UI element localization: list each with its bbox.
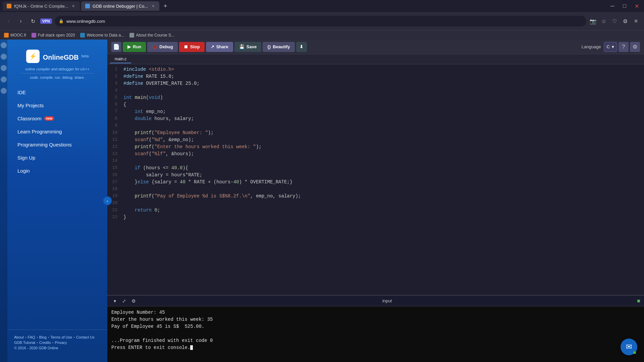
sidebar-item-login[interactable]: Login bbox=[11, 165, 104, 177]
beautify-button[interactable]: {} Beautify bbox=[263, 42, 294, 52]
run-button[interactable]: ▶ Run bbox=[123, 42, 146, 52]
brand-area: ⚡ OnlineGDB beta online compiler and deb… bbox=[7, 46, 107, 86]
beautify-label: Beautify bbox=[273, 44, 290, 49]
new-tab-button[interactable]: + bbox=[161, 1, 170, 11]
chat-bubble-button[interactable]: ✉ bbox=[621, 339, 637, 355]
stop-button[interactable]: ⏹ Stop bbox=[179, 42, 205, 52]
sidebar-content: ⚡ OnlineGDB beta online compiler and deb… bbox=[7, 40, 107, 362]
ln-15: 15 bbox=[107, 164, 117, 171]
code-line-10: printf("Employee Number: "); bbox=[123, 129, 641, 136]
footer-link-gdbtutorial[interactable]: GDB Tutorial bbox=[14, 341, 35, 345]
sidebar-item-classroom[interactable]: Classroom new bbox=[11, 112, 104, 125]
ln-8: 8 bbox=[107, 115, 117, 122]
save-button[interactable]: 💾 Save bbox=[234, 42, 261, 52]
footer-link-privacy[interactable]: Privacy bbox=[55, 341, 67, 345]
code-line-18 bbox=[123, 185, 641, 192]
stop-icon: ⏹ bbox=[184, 44, 188, 49]
language-label: Language bbox=[582, 44, 601, 49]
extensions-icon[interactable]: ⚙ bbox=[621, 17, 629, 25]
ln-3: 3 bbox=[107, 80, 117, 87]
editor-toolbar: 📄 ▶ Run 🐞 Debug ⏹ Stop ↗ Share 💾 Save bbox=[107, 40, 644, 54]
code-area[interactable]: 1 2 3 4 5 6 7 8 9 10 11 12 13 14 15 16 1 bbox=[107, 64, 644, 295]
language-selector[interactable]: C ▾ bbox=[604, 42, 617, 52]
sidebar-footer-links: About • FAQ • Blog • Terms of Use • Cont… bbox=[14, 335, 101, 339]
bookmark-star-icon[interactable]: ☆ bbox=[600, 17, 608, 25]
tab-2[interactable]: GDB online Debugger | Co... ✕ bbox=[81, 1, 159, 11]
run-icon: ▶ bbox=[127, 44, 131, 49]
collapse-sidebar-button[interactable]: ‹ bbox=[103, 196, 112, 205]
share-button[interactable]: ↗ Share bbox=[206, 42, 233, 52]
sidebar-item-myprojects[interactable]: My Projects bbox=[11, 99, 104, 112]
sidebar-item-learnprogramming[interactable]: Learn Programming bbox=[11, 125, 104, 138]
code-line-8: double hours, salary; bbox=[123, 115, 641, 122]
download-button[interactable]: ⬇ bbox=[296, 42, 307, 52]
bookmark-icon-moocfi bbox=[4, 33, 9, 38]
debug-button[interactable]: 🐞 Debug bbox=[147, 42, 177, 52]
minimize-button[interactable]: ─ bbox=[608, 1, 617, 11]
bookmark-fullstack[interactable]: Full stack open 2020 bbox=[32, 33, 75, 38]
left-icon-3 bbox=[1, 65, 7, 71]
address-bar[interactable]: 🔒 www.onlinegdb.com bbox=[55, 16, 586, 26]
classroom-new-badge: new bbox=[44, 116, 54, 121]
ln-5: 5 bbox=[107, 94, 117, 101]
reload-button[interactable]: ↻ bbox=[28, 16, 38, 26]
bookmark-icon-fullstack bbox=[32, 33, 36, 38]
footer-link-credits[interactable]: Credits bbox=[39, 341, 51, 345]
sidebar-item-ide[interactable]: IDE bbox=[11, 86, 104, 99]
close-window-button[interactable]: ✕ bbox=[632, 1, 641, 11]
ln-2: 2 bbox=[107, 73, 117, 80]
terminal-collapse-btn[interactable]: ▾ bbox=[111, 298, 118, 304]
bookmark-icon-course bbox=[129, 33, 134, 38]
code-line-6: { bbox=[123, 101, 641, 108]
left-icon-5 bbox=[1, 88, 7, 94]
left-icon-1 bbox=[1, 42, 7, 48]
footer-link-contact[interactable]: Contact Us bbox=[76, 335, 94, 339]
bookmark-moocfi[interactable]: MOOC.fi bbox=[4, 33, 26, 38]
terminal-settings-btn[interactable]: ⚙ bbox=[130, 298, 137, 304]
sidebar-item-programmingquestions[interactable]: Programming Questions bbox=[11, 138, 104, 151]
ln-13: 13 bbox=[107, 150, 117, 157]
bookmark-label-moocfi: MOOC.fi bbox=[10, 33, 26, 38]
footer-link-terms[interactable]: Terms of Use bbox=[50, 335, 72, 339]
maximize-button[interactable]: □ bbox=[620, 1, 629, 11]
footer-link-about[interactable]: About bbox=[14, 335, 24, 339]
code-line-19: printf("Pay of Employee %d is S$%8.2f.\n… bbox=[123, 192, 641, 199]
ln-12: 12 bbox=[107, 143, 117, 150]
menu-icon[interactable]: ≡ bbox=[632, 17, 640, 25]
tab-close-1[interactable]: ✕ bbox=[71, 4, 76, 8]
terminal-expand-btn[interactable]: ⤢ bbox=[121, 298, 127, 304]
terminal-content[interactable]: Employee Number: 45 Enter the hours work… bbox=[107, 306, 644, 362]
screenshot-icon[interactable]: 📷 bbox=[589, 17, 597, 25]
tab-close-2[interactable]: ✕ bbox=[151, 4, 155, 8]
back-button[interactable]: ‹ bbox=[4, 16, 13, 26]
bookmark-data[interactable]: Welcome to Data a... bbox=[80, 33, 124, 38]
settings-help-icon[interactable]: ? bbox=[619, 42, 629, 52]
terminal-area: ▾ ⤢ ⚙ input Employee Number: 45 Enter th… bbox=[107, 295, 644, 362]
lock-icon: 🔒 bbox=[59, 19, 64, 23]
debug-icon: 🐞 bbox=[152, 44, 157, 49]
settings-gear-icon[interactable]: ⚙ bbox=[630, 42, 640, 52]
footer-copyright: © 2016 - 2020 GDB Online bbox=[14, 346, 101, 350]
tab-1[interactable]: fQf4Jk - Online C Compile... ✕ bbox=[3, 1, 80, 11]
footer-link-blog[interactable]: Blog bbox=[39, 335, 46, 339]
sidebar-divider-1 bbox=[21, 73, 94, 73]
ln-7: 7 bbox=[107, 108, 117, 115]
reading-list-icon[interactable]: ♡ bbox=[610, 17, 619, 25]
code-line-9 bbox=[123, 122, 641, 129]
sidebar-footer-links2: GDB Tutorial • Credits • Privacy bbox=[14, 341, 101, 345]
left-icon-2 bbox=[1, 54, 7, 60]
code-line-2: #define RATE 15.0; bbox=[123, 73, 641, 80]
file-icon-button[interactable]: 📄 bbox=[111, 42, 121, 52]
forward-button[interactable]: › bbox=[16, 16, 25, 26]
code-line-16: salary = hours*RATE; bbox=[123, 171, 641, 178]
ln-6: 6 bbox=[107, 101, 117, 108]
sidebar-footer: About • FAQ • Blog • Terms of Use • Cont… bbox=[7, 329, 107, 355]
sidebar-item-signup[interactable]: Sign Up bbox=[11, 152, 104, 164]
bookmark-course[interactable]: About the Course S... bbox=[129, 33, 174, 38]
file-tab-main[interactable]: main.c bbox=[110, 55, 131, 63]
brand-tagline2: code. compile. run. debug. share. bbox=[14, 75, 101, 79]
tab-title-1: fQf4Jk - Online C Compile... bbox=[14, 4, 68, 9]
file-tab-label: main.c bbox=[115, 57, 126, 61]
footer-link-faq[interactable]: FAQ bbox=[28, 335, 35, 339]
ln-21: 21 bbox=[107, 206, 117, 214]
